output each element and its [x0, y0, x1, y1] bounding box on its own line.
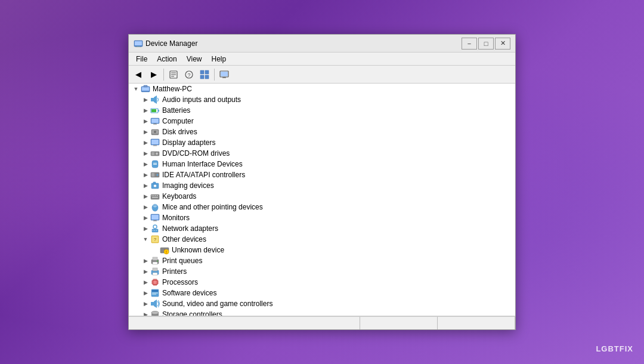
title-bar: Device Manager − □ ✕ [129, 35, 515, 53]
tree-item-ide[interactable]: ▶IDE ATA/ATAPI controllers [129, 169, 515, 180]
device-label-sound: Sound, video and game controllers [162, 300, 273, 308]
svg-rect-12 [200, 75, 204, 79]
maximize-button[interactable]: □ [478, 38, 494, 50]
svg-rect-13 [205, 75, 209, 79]
tree-item-imaging[interactable]: ▶Imaging devices [129, 180, 515, 191]
tree-item-mice[interactable]: ▶Mice and other pointing devices [129, 202, 515, 212]
svg-rect-59 [151, 215, 159, 220]
expand-btn-network[interactable]: ▶ [141, 224, 150, 233]
tree-item-sound[interactable]: ▶Sound, video and game controllers [129, 298, 515, 309]
device-icon-keyboard [150, 192, 160, 201]
expand-btn-monitors[interactable]: ▶ [141, 213, 150, 223]
root-icon [141, 84, 150, 94]
svg-rect-15 [221, 72, 228, 76]
expand-btn-unknown [150, 245, 160, 255]
tree-container[interactable]: ▼ Matthew-PC ▶Audio inputs and outputs▶B… [129, 84, 515, 316]
root-expand[interactable]: ▼ [131, 84, 141, 94]
device-icon-other: ? [150, 235, 160, 244]
menu-item-action[interactable]: Action [152, 54, 181, 64]
svg-marker-101 [154, 300, 157, 308]
minimize-button[interactable]: − [462, 38, 477, 50]
svg-rect-51 [153, 195, 154, 196]
tree-item-printq[interactable]: ▶Print queues [129, 255, 515, 266]
expand-btn-sound[interactable]: ▶ [141, 299, 150, 309]
tree-item-network[interactable]: ▶Network adapters [129, 223, 515, 234]
device-label-printq: Print queues [162, 257, 202, 265]
expand-btn-storage[interactable]: ▶ [141, 310, 150, 316]
device-label-display: Display adapters [162, 138, 215, 147]
device-label-ide: IDE ATA/ATAPI controllers [162, 171, 245, 179]
tree-item-dvd[interactable]: ▶DVD/CD-ROM drives [129, 148, 515, 159]
expand-btn-mice[interactable]: ▶ [141, 202, 150, 212]
expand-btn-hid[interactable]: ▶ [141, 159, 150, 169]
expand-btn-disk[interactable]: ▶ [141, 127, 150, 137]
tree-item-unknown[interactable]: !!Unknown device [129, 245, 515, 255]
device-view-button[interactable] [197, 67, 212, 82]
device-icon-batteries [150, 106, 160, 115]
svg-rect-38 [151, 152, 154, 155]
tree-item-keyboard[interactable]: ▶Keyboards [129, 191, 515, 202]
svg-rect-81 [153, 273, 157, 275]
tree-item-software[interactable]: ▶Software devices [129, 288, 515, 298]
status-seg3 [438, 317, 515, 329]
expand-btn-dvd[interactable]: ▶ [141, 149, 150, 158]
expand-btn-audio[interactable]: ▶ [141, 95, 150, 104]
monitor-button[interactable] [217, 67, 231, 82]
svg-rect-21 [151, 98, 154, 101]
tree-item-disk[interactable]: ▶Disk drives [129, 127, 515, 137]
tree-item-monitors[interactable]: ▶Monitors [129, 212, 515, 223]
svg-rect-44 [151, 173, 154, 177]
menu-item-file[interactable]: File [131, 54, 152, 64]
expand-btn-processors[interactable]: ▶ [141, 277, 150, 287]
device-icon-storage [150, 310, 160, 316]
svg-rect-53 [157, 195, 158, 196]
svg-point-63 [153, 225, 157, 229]
tree-item-processors[interactable]: ▶Processors [129, 277, 515, 288]
expand-btn-keyboard[interactable]: ▶ [141, 192, 150, 201]
toolbar-separator-2 [214, 69, 215, 81]
tree-item-computer[interactable]: ▶Computer [129, 116, 515, 127]
device-label-hid: Human Interface Devices [162, 160, 243, 168]
properties-button[interactable] [166, 67, 181, 82]
expand-btn-display[interactable]: ▶ [141, 138, 150, 147]
menu-item-help[interactable]: Help [207, 54, 231, 64]
menu-item-view[interactable]: View [182, 54, 207, 64]
svg-rect-48 [153, 182, 156, 184]
tree-item-batteries[interactable]: ▶Batteries [129, 105, 515, 116]
device-icon-printers [150, 267, 160, 276]
tree-item-audio[interactable]: ▶Audio inputs and outputs [129, 94, 515, 105]
tree-item-printers[interactable]: ▶Printers [129, 266, 515, 277]
expand-btn-imaging[interactable]: ▶ [141, 181, 150, 190]
expand-btn-computer[interactable]: ▶ [141, 116, 150, 126]
tree-item-display[interactable]: ▶Display adapters [129, 137, 515, 148]
close-button[interactable]: ✕ [495, 38, 510, 50]
tree-item-storage[interactable]: ▶Storage controllers [129, 309, 515, 316]
svg-text:?: ? [187, 72, 190, 78]
expand-btn-ide[interactable]: ▶ [141, 170, 150, 180]
toolbar-separator-1 [163, 69, 164, 81]
tree-item-hid[interactable]: ▶Human Interface Devices [129, 159, 515, 169]
back-button[interactable]: ◀ [131, 67, 145, 82]
help-button[interactable]: ? [182, 67, 196, 82]
title-bar-title: Device Manager [145, 39, 462, 48]
svg-text:?: ? [154, 237, 157, 242]
svg-point-105 [151, 311, 159, 314]
expand-btn-printers[interactable]: ▶ [141, 267, 150, 276]
svg-rect-10 [200, 70, 204, 74]
device-icon-audio [150, 95, 160, 104]
svg-rect-2 [137, 46, 140, 47]
expand-btn-batteries[interactable]: ▶ [141, 106, 150, 115]
device-label-keyboard: Keyboards [162, 192, 196, 200]
expand-btn-printq[interactable]: ▶ [141, 256, 150, 266]
forward-button[interactable]: ▶ [147, 67, 161, 82]
device-icon-mice [150, 202, 160, 212]
device-icon-computer [150, 116, 160, 126]
tree-root[interactable]: ▼ Matthew-PC [129, 84, 515, 94]
tree-item-other[interactable]: ▼?Other devices [129, 234, 515, 245]
expand-btn-other: ▼ [141, 235, 150, 244]
svg-rect-50 [151, 195, 153, 196]
expand-btn-software[interactable]: ▶ [141, 288, 150, 298]
device-icon-sound [150, 299, 160, 309]
svg-rect-3 [135, 47, 141, 47]
device-label-audio: Audio inputs and outputs [162, 95, 241, 104]
